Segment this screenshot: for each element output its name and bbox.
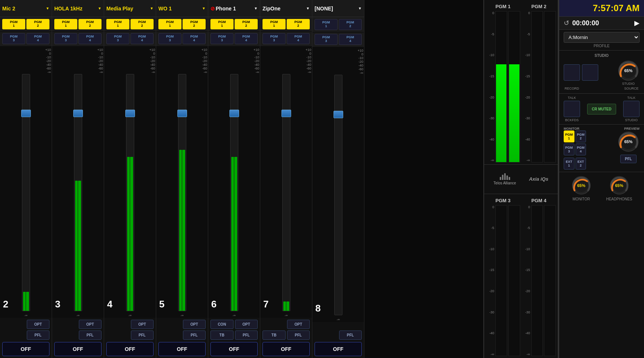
ext2-button[interactable]: EXT2	[576, 158, 586, 170]
off-button-2[interactable]: OFF	[54, 342, 102, 356]
timer-reset-button[interactable]: ↺	[564, 19, 569, 27]
fader-track-7[interactable]	[334, 75, 342, 315]
pgm-btn-1-1[interactable]: PGM1	[2, 19, 25, 29]
btn-row1-6-1[interactable]: OPT	[287, 320, 310, 329]
dropdown-arrow-5[interactable]: ▼	[254, 6, 258, 10]
off-button-7[interactable]: OFF	[315, 342, 362, 356]
pgm-btn-5-4[interactable]: PGM4	[235, 33, 258, 44]
pgm-btn-4-1[interactable]: PGM1	[158, 19, 181, 29]
btn-row2-3-1[interactable]: PFL	[131, 330, 154, 340]
fader-track-6[interactable]	[282, 74, 290, 311]
dropdown-arrow-4[interactable]: ▼	[202, 6, 206, 10]
pgm-btn-6-4[interactable]: PGM4	[287, 33, 310, 44]
channel-name-5: ⊘Phone 1	[210, 6, 236, 12]
ext1-button[interactable]: EXT1	[564, 158, 574, 170]
fader-track-3[interactable]	[126, 74, 134, 311]
minus-inf-7: -∞	[312, 317, 364, 322]
btn-row2-4-1[interactable]: PFL	[183, 330, 206, 340]
pgm-btn-1-3[interactable]: PGM3	[2, 33, 25, 44]
btn-row1-3-1[interactable]: OPT	[131, 320, 154, 329]
pgm-btn-2-2[interactable]: PGM2	[78, 19, 102, 29]
off-button-4[interactable]: OFF	[158, 342, 206, 356]
btn-row2-6-0[interactable]: TB	[263, 330, 286, 340]
pgm-btn-6-2[interactable]: PGM2	[287, 19, 310, 29]
fader-handle-2[interactable]	[73, 110, 83, 117]
fader-track-5[interactable]	[230, 74, 238, 311]
btn-row1-5-1[interactable]: OPT	[235, 320, 258, 329]
pgm-btn-4-3[interactable]: PGM3	[158, 33, 181, 44]
fader-handle-5[interactable]	[229, 110, 239, 117]
fader-track-1[interactable]	[22, 74, 30, 311]
monitor-knob[interactable]: 65%	[571, 175, 592, 196]
pgm-btn-1-2[interactable]: PGM2	[26, 19, 49, 29]
pgm-btn-5-1[interactable]: PGM1	[210, 19, 234, 29]
fader-handle-6[interactable]	[281, 110, 291, 117]
btn-row1-1-1[interactable]: OPT	[27, 320, 50, 329]
source-button[interactable]	[582, 64, 598, 81]
pgm3-meter: PGM 3 0 -5 -10 -15 -20 -30 -40 -∞	[486, 196, 520, 357]
monitor-pgm4[interactable]: PGM4	[576, 143, 586, 155]
pgm4-label: PGM 4	[522, 196, 556, 205]
off-button-3[interactable]: OFF	[106, 342, 154, 356]
btn-row2-2-1[interactable]: PFL	[79, 330, 102, 340]
btn-row1-5-0[interactable]: CON	[210, 320, 234, 329]
btn-row1-4-1[interactable]: OPT	[183, 320, 206, 329]
pgm-btn-5-2[interactable]: PGM2	[235, 19, 258, 29]
fader-track-4[interactable]	[178, 74, 186, 311]
pgm-btn-5-3[interactable]: PGM3	[210, 33, 234, 44]
pgm-btn-3-1[interactable]: PGM1	[106, 19, 129, 29]
btn-row2-6-1[interactable]: PFL	[287, 330, 310, 340]
pgm-row2-3: PGM3PGM4	[104, 32, 156, 46]
pgm-btn-3-3[interactable]: PGM3	[106, 33, 129, 44]
off-button-5[interactable]: OFF	[210, 342, 258, 356]
dropdown-arrow-1[interactable]: ▼	[46, 6, 49, 10]
monitor-pgm1[interactable]: PGM1	[564, 130, 574, 142]
fader-handle-7[interactable]	[334, 111, 343, 118]
profile-select[interactable]: A:Mornin	[564, 32, 640, 43]
pgm4-bar-r	[544, 205, 556, 357]
dropdown-arrow-3[interactable]: ▼	[150, 6, 154, 10]
pgm-btn-3-2[interactable]: PGM2	[131, 19, 154, 29]
axia-text: Axia iQs	[529, 176, 548, 182]
pgm-btn-2-4[interactable]: PGM4	[78, 33, 102, 44]
pgm-btn-3-4[interactable]: PGM4	[131, 33, 154, 44]
monitor-pgm3[interactable]: PGM3	[564, 143, 574, 155]
timer-play-button[interactable]: ▶	[634, 19, 640, 27]
studio-knob-svg[interactable]: 65%	[617, 59, 640, 82]
headphones-knob[interactable]: 65%	[609, 175, 629, 196]
fader-handle-3[interactable]	[125, 110, 135, 117]
fader-handle-1[interactable]	[21, 110, 31, 117]
dropdown-arrow-6[interactable]: ▼	[306, 6, 310, 10]
fader-track-2[interactable]	[74, 74, 82, 311]
btn-row1-2-1[interactable]: OPT	[79, 320, 102, 329]
pgm-btn-1-4[interactable]: PGM4	[26, 33, 49, 44]
preview-knob[interactable]: 65%	[617, 130, 640, 153]
bckfds-button[interactable]	[564, 101, 580, 117]
pgm-btn-6-3[interactable]: PGM3	[263, 33, 286, 44]
record-button[interactable]	[564, 64, 580, 81]
studio-talk-button[interactable]	[623, 101, 640, 117]
pgm-btn-7-3[interactable]: PGM3	[315, 34, 338, 45]
fader-area-1: +100-10-20-40-60-∞2	[0, 46, 52, 313]
off-button-6[interactable]: OFF	[263, 342, 310, 356]
pgm-btn-7-1[interactable]: PGM1	[315, 19, 338, 30]
cr-muted-button[interactable]: CR MUTED	[587, 104, 616, 115]
fader-area-4: +100-10-20-40-60-∞5	[156, 46, 208, 313]
dropdown-arrow-2[interactable]: ▼	[98, 6, 102, 10]
pgm-btn-7-2[interactable]: PGM2	[339, 19, 362, 30]
pgm-btn-2-1[interactable]: PGM1	[54, 19, 77, 29]
pgm-btn-2-3[interactable]: PGM3	[54, 33, 77, 44]
btn-row2-7-1[interactable]: PFL	[339, 330, 362, 340]
monitor-pgm2[interactable]: PGM2	[576, 130, 586, 142]
btn-row2-5-0[interactable]: TB	[210, 330, 234, 340]
dropdown-arrow-7[interactable]: ▼	[358, 6, 362, 10]
btn-row2-1-1[interactable]: PFL	[27, 330, 50, 340]
pgm-btn-4-2[interactable]: PGM2	[183, 19, 206, 29]
btn-row2-5-1[interactable]: PFL	[235, 330, 258, 340]
pgm-btn-4-4[interactable]: PGM4	[183, 33, 206, 44]
off-button-1[interactable]: OFF	[2, 342, 49, 356]
pfl-button[interactable]: PFL	[620, 155, 637, 163]
fader-handle-4[interactable]	[177, 110, 187, 117]
pgm-btn-7-4[interactable]: PGM4	[339, 34, 362, 45]
pgm-btn-6-1[interactable]: PGM1	[263, 19, 286, 29]
